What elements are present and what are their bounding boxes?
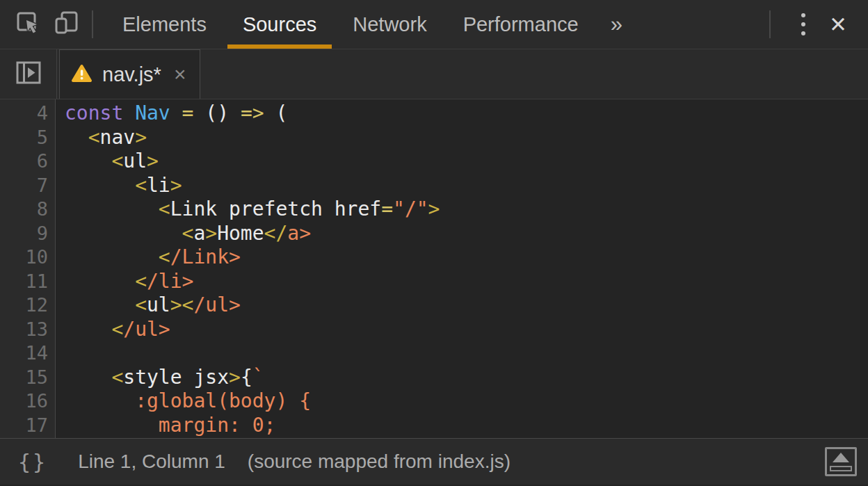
code-token-op: => xyxy=(241,102,264,124)
code-token-plain xyxy=(65,414,159,437)
line-number[interactable]: 8 xyxy=(0,197,55,222)
code-line: const Nav = () => ( xyxy=(65,102,868,126)
line-number[interactable]: 9 xyxy=(0,222,55,246)
line-number[interactable]: 11 xyxy=(0,270,55,294)
line-number[interactable]: 14 xyxy=(0,341,55,366)
drawer-up-triangle-icon xyxy=(833,453,849,462)
code-token-plain xyxy=(217,197,229,220)
code-token-op: = xyxy=(182,102,194,124)
file-tab-nav-js[interactable]: nav.js* × xyxy=(59,49,200,99)
code-token-plain: Home xyxy=(217,222,264,245)
line-number[interactable]: 5 xyxy=(0,126,55,150)
inspect-cursor-icon xyxy=(14,9,42,40)
code-token-plain xyxy=(65,245,159,268)
statusbar: {} Line 1, Column 1 (source mapped from … xyxy=(0,438,868,485)
code-token-close: /ul> xyxy=(193,293,240,316)
toolbar-divider xyxy=(769,10,771,38)
device-toolbar-button[interactable] xyxy=(53,10,81,38)
code-token-plain xyxy=(65,197,159,220)
cursor-position-text: Line 1, Column 1 xyxy=(78,451,225,473)
code-token-tag: Link xyxy=(170,197,217,220)
code-token-plain xyxy=(65,318,111,341)
drawer-bar-icon xyxy=(830,466,852,471)
device-toolbar-icon xyxy=(53,9,81,40)
warning-triangle-icon xyxy=(71,63,93,86)
code-line: <Link prefetch href="/"> xyxy=(65,197,868,222)
toolbar-right: ✕ xyxy=(758,0,868,49)
code-token-kw: const xyxy=(65,102,123,124)
code-token-tag: a xyxy=(193,222,205,245)
show-navigator-button[interactable] xyxy=(0,49,57,99)
code-line: <li> xyxy=(65,174,868,198)
devtools-toolbar: Elements Sources Network Performance » ✕ xyxy=(0,0,868,49)
code-token-plain xyxy=(65,366,111,389)
code-token-tag: ul xyxy=(147,293,170,316)
code-token-plain: () xyxy=(193,102,240,124)
file-tabstrip: nav.js* × xyxy=(0,49,868,99)
code-token-plain: { xyxy=(241,366,252,389)
code-token-br: > xyxy=(135,126,147,149)
code-token-plain xyxy=(65,126,88,149)
code-token-plain xyxy=(65,293,135,316)
code-token-br: < xyxy=(159,197,170,220)
overflow-menu-icon[interactable] xyxy=(791,8,815,41)
code-token-close: a> xyxy=(287,222,311,245)
line-number[interactable]: 6 xyxy=(0,149,55,174)
code-token-br: > xyxy=(205,222,217,245)
line-number[interactable]: 16 xyxy=(0,389,55,414)
tab-elements[interactable]: Elements xyxy=(104,0,225,49)
line-number[interactable]: 15 xyxy=(0,366,55,390)
source-editor[interactable]: 4567891011121314151617 const Nav = () =>… xyxy=(0,99,868,438)
code-token-br: </ xyxy=(264,222,288,245)
code-token-plain xyxy=(65,389,135,412)
file-tab-label: nav.js* xyxy=(102,63,161,86)
code-token-tag: nav xyxy=(100,126,136,149)
code-token-br: > xyxy=(170,174,182,197)
code-token-plain xyxy=(123,102,135,124)
line-number[interactable]: 4 xyxy=(0,102,55,126)
code-token-br: < xyxy=(111,366,123,389)
toolbar-divider xyxy=(92,10,93,38)
code-token-br: < xyxy=(135,270,147,293)
line-number[interactable]: 17 xyxy=(0,414,55,438)
code-token-br: < xyxy=(111,149,123,172)
code-token-br: < xyxy=(135,174,147,197)
code-token-br: < xyxy=(182,222,194,245)
tab-network[interactable]: Network xyxy=(335,0,444,49)
code-token-attr: jsx xyxy=(193,366,229,389)
code-token-br: > xyxy=(428,197,440,220)
code-line: <ul> xyxy=(65,149,868,174)
code-token-plain xyxy=(65,174,135,197)
code-token-plain: ( xyxy=(264,102,288,124)
more-panels-chevron-icon[interactable]: » xyxy=(604,12,629,37)
code-token-plain xyxy=(65,149,111,172)
code-token-plain xyxy=(65,270,135,293)
line-number[interactable]: 12 xyxy=(0,293,55,318)
code-line: </ul> xyxy=(65,318,868,342)
line-number[interactable]: 10 xyxy=(0,245,55,270)
code-token-plain xyxy=(170,102,182,124)
code-token-tag: style xyxy=(123,366,182,389)
line-number[interactable]: 7 xyxy=(0,174,55,198)
code-token-tag: li xyxy=(147,174,170,197)
show-drawer-button[interactable] xyxy=(825,447,857,476)
pretty-print-button[interactable]: {} xyxy=(18,450,47,474)
gutter: 4567891011121314151617 xyxy=(0,99,56,438)
code-token-str: ` xyxy=(252,366,264,389)
code-token-op: = xyxy=(381,197,393,220)
inspect-element-button[interactable] xyxy=(14,10,42,38)
code-line: :global(body) { xyxy=(65,389,868,414)
code-area[interactable]: const Nav = () => ( <nav> <ul> <li> <Lin… xyxy=(56,99,868,438)
code-token-plain xyxy=(182,366,194,389)
line-number[interactable]: 13 xyxy=(0,318,55,342)
tab-sources[interactable]: Sources xyxy=(225,0,335,49)
code-token-br: >< xyxy=(170,293,194,316)
tab-performance[interactable]: Performance xyxy=(445,0,597,49)
code-line: <a>Home</a> xyxy=(65,222,868,246)
code-line: <style jsx>{` xyxy=(65,366,868,390)
code-token-plain xyxy=(65,222,182,245)
close-devtools-button[interactable]: ✕ xyxy=(825,12,851,38)
code-line xyxy=(65,341,868,366)
file-tab-close-icon[interactable]: × xyxy=(171,64,189,85)
panel-tabs: Elements Sources Network Performance xyxy=(104,0,597,49)
